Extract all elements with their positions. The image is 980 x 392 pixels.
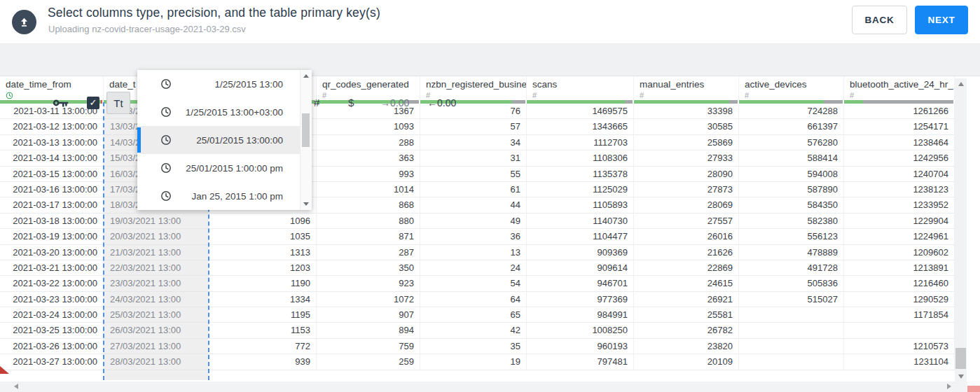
format-option[interactable]: 25/01/2015 13:00:00 bbox=[137, 126, 312, 154]
table-cell: 515027 bbox=[739, 292, 844, 307]
table-cell: 1072 bbox=[317, 292, 420, 307]
table-cell: 1469575 bbox=[527, 104, 634, 119]
table-cell: 34 bbox=[420, 135, 527, 150]
uploading-file-subtitle: Uploading nz-covid-tracer-usage-2021-03-… bbox=[48, 24, 246, 34]
table-cell: 1096 bbox=[209, 214, 317, 229]
table-cell: 2021-03-24 13:00:00 bbox=[0, 307, 104, 323]
table-cell: 576280 bbox=[739, 135, 844, 150]
table-cell bbox=[739, 339, 844, 354]
dropdown-scroll-up-arrow[interactable] bbox=[301, 74, 311, 78]
table-cell: 1125029 bbox=[527, 182, 634, 197]
table-cell: 28090 bbox=[634, 167, 739, 182]
table-cell: 993 bbox=[317, 167, 420, 182]
table-cell: 25869 bbox=[634, 135, 739, 150]
selected-column-tail bbox=[104, 370, 209, 381]
column-header-scans[interactable]: scans# bbox=[527, 76, 634, 100]
table-cell: 1140730 bbox=[527, 214, 634, 229]
table-cell: 24615 bbox=[634, 276, 739, 291]
clock-icon bbox=[160, 106, 172, 120]
dropdown-scrollbar[interactable] bbox=[300, 70, 312, 210]
type-badge: # bbox=[640, 92, 738, 100]
table-cell: 1195 bbox=[209, 307, 317, 323]
table-cell: 584350 bbox=[739, 197, 844, 213]
primary-key-checkbox[interactable]: ✓ bbox=[87, 97, 99, 109]
format-option[interactable]: 1/25/2015 13:00+03:00 bbox=[137, 98, 312, 126]
table-row: 2021-03-18 13:00:0019/03/2021 13:0010968… bbox=[0, 214, 955, 229]
table-cell: 556123 bbox=[739, 229, 844, 244]
table-cell: 909614 bbox=[527, 260, 634, 276]
column-name: nzbn_registered_busine bbox=[426, 79, 526, 90]
table-cell: 27/03/2021 13:00 bbox=[104, 339, 209, 354]
table-cell: 1203 bbox=[209, 260, 317, 276]
table-cell: 505836 bbox=[739, 276, 844, 291]
increase-decimal-button[interactable]: ←0.00 bbox=[427, 97, 456, 108]
table-cell: 2021-03-21 13:00:00 bbox=[0, 260, 104, 276]
table-cell: 2021-03-22 13:00:00 bbox=[0, 276, 104, 291]
table-cell: 2021-03-13 13:00:00 bbox=[0, 135, 104, 150]
table-cell: 28/03/2021 13:00 bbox=[104, 354, 209, 370]
table-cell: 1290529 bbox=[844, 292, 955, 307]
type-badge: # bbox=[850, 92, 954, 100]
decrease-decimal-button[interactable]: →0.00 bbox=[380, 97, 409, 108]
primary-key-icon[interactable] bbox=[53, 97, 69, 111]
table-cell: 1112703 bbox=[527, 135, 634, 150]
table-cell: 20/03/2021 13:00 bbox=[104, 229, 209, 244]
table-cell: 1093 bbox=[317, 119, 420, 134]
table-cell: 19 bbox=[420, 354, 527, 370]
column-header-manual_entries[interactable]: manual_entries# bbox=[634, 76, 739, 100]
table-cell: 2021-03-26 13:00:00 bbox=[0, 339, 104, 354]
scroll-right-arrow[interactable] bbox=[947, 384, 951, 389]
table-cell: 2021-03-17 13:00:00 bbox=[0, 197, 104, 213]
type-badge: # bbox=[745, 92, 843, 100]
table-cell: 42 bbox=[420, 323, 527, 338]
table-cell: 1254171 bbox=[844, 119, 955, 134]
column-header-bluetooth_active_24_hr_[interactable]: bluetooth_active_24_hr_# bbox=[844, 76, 955, 100]
table-cell: 1105893 bbox=[527, 197, 634, 213]
table-cell: 20109 bbox=[634, 354, 739, 370]
table-cell: 582380 bbox=[739, 214, 844, 229]
table-cell: 1035 bbox=[209, 229, 317, 244]
dropdown-scroll-down-arrow[interactable] bbox=[301, 202, 311, 206]
scroll-up-arrow[interactable] bbox=[955, 82, 967, 86]
page-title: Select columns type, precision, and the … bbox=[48, 6, 380, 20]
column-header-qr_codes_generated[interactable]: qr_codes_generated# bbox=[317, 76, 420, 100]
vertical-scrollbar-thumb[interactable] bbox=[955, 348, 966, 369]
table-cell: 1135378 bbox=[527, 167, 634, 182]
table-cell: 1153 bbox=[209, 323, 317, 338]
next-button[interactable]: NEXT bbox=[915, 6, 968, 34]
table-cell: 772 bbox=[209, 339, 317, 354]
text-type-label: Tt bbox=[113, 97, 123, 109]
column-header-active_devices[interactable]: active_devices# bbox=[739, 76, 844, 100]
table-cell: 54 bbox=[420, 276, 527, 291]
dropdown-scrollbar-thumb[interactable] bbox=[302, 113, 310, 147]
table-row: 2021-03-24 13:00:0025/03/2021 13:0011959… bbox=[0, 307, 955, 323]
format-option[interactable]: Jan 25, 2015 1:00 pm bbox=[137, 182, 312, 210]
currency-type-button[interactable]: $ bbox=[348, 97, 354, 108]
vertical-scrollbar[interactable] bbox=[955, 78, 967, 382]
format-option[interactable]: 25/01/2015 1:00:00 pm bbox=[137, 154, 312, 182]
table-cell: 24/03/2021 13:00 bbox=[104, 292, 209, 307]
table-cell: 1210573 bbox=[844, 339, 955, 354]
table-cell: 1213891 bbox=[844, 260, 955, 276]
table-cell: 1209602 bbox=[844, 245, 955, 260]
table-cell: 55 bbox=[420, 167, 527, 182]
format-option[interactable]: 1/25/2015 13:00 bbox=[137, 70, 312, 98]
table-cell: 946701 bbox=[527, 276, 634, 291]
number-type-button[interactable]: # bbox=[314, 97, 319, 108]
table-cell: 287 bbox=[317, 245, 420, 260]
clock-icon bbox=[160, 190, 172, 204]
scroll-left-arrow[interactable] bbox=[14, 384, 18, 389]
back-button[interactable]: BACK bbox=[852, 6, 907, 34]
horizontal-scrollbar[interactable] bbox=[0, 382, 967, 392]
table-cell: 259 bbox=[317, 354, 420, 370]
scroll-down-arrow[interactable] bbox=[955, 374, 967, 379]
date-format-dropdown: 1/25/2015 13:001/25/2015 13:00+03:0025/0… bbox=[137, 70, 312, 210]
table-cell: 26/03/2021 13:00 bbox=[104, 323, 209, 338]
table-row: 2021-03-26 13:00:0027/03/2021 13:0077275… bbox=[0, 339, 955, 354]
table-cell: 1108306 bbox=[527, 150, 634, 166]
upload-icon bbox=[12, 10, 36, 34]
table-cell: 880 bbox=[317, 214, 420, 229]
column-header-nzbn_registered_busine[interactable]: nzbn_registered_busine# bbox=[420, 76, 527, 100]
table-cell: 1229904 bbox=[844, 214, 955, 229]
text-type-button[interactable]: Tt bbox=[106, 92, 130, 114]
